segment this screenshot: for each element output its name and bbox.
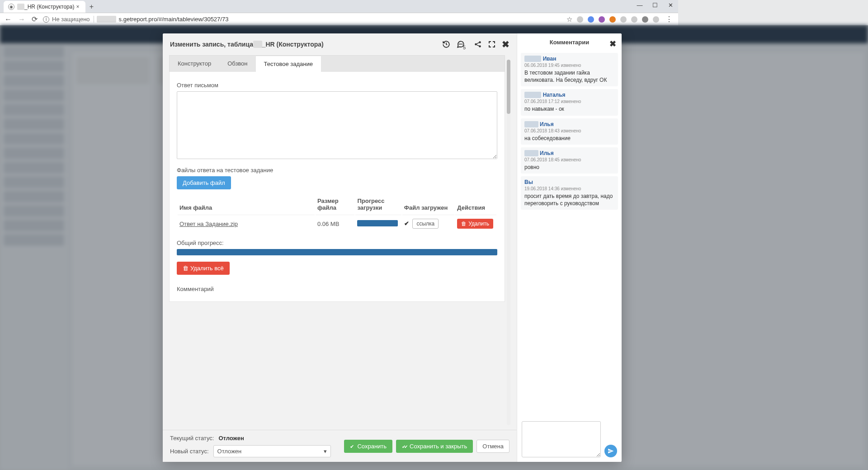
modal-title-suffix: _HR (Конструктора) xyxy=(262,41,324,48)
tab-calls[interactable]: Обзвон xyxy=(219,56,255,72)
extension-icon[interactable] xyxy=(642,16,648,23)
comment-text: по навыкам - ок xyxy=(524,105,614,113)
url-text: s.getreport.pro/#/main/tableview/30527/7… xyxy=(119,16,229,23)
edit-record-modal: Изменить запись, таблица xx _HR (Констру… xyxy=(163,33,622,367)
comment-text: на собеседование xyxy=(524,135,614,142)
uploaded-check-icon: ✔ xyxy=(404,220,409,227)
delete-label: Удалить xyxy=(468,221,489,227)
file-delete-button[interactable]: 🗑Удалить xyxy=(457,219,493,229)
comment-count: 5 xyxy=(463,45,466,50)
window-maximize-icon[interactable]: ☐ xyxy=(650,2,660,9)
extension-icon[interactable] xyxy=(631,16,637,23)
history-icon[interactable] xyxy=(442,40,450,48)
address-bar: ← → ⟳ i Не защищено xxxxxx s.getreport.p… xyxy=(0,13,678,25)
answer-textarea[interactable] xyxy=(177,91,497,159)
col-filename: Имя файла xyxy=(178,195,315,214)
scrollbar-thumb[interactable] xyxy=(507,60,510,114)
comments-list: xxxxx Иван 06.06.2018 19:45 изменено В т… xyxy=(517,51,622,367)
tab-title: _HR (Конструктора) xyxy=(24,4,74,10)
modal-tabs: Конструктор Обзвон Тестовое задание xyxy=(169,55,505,72)
delete-all-label: Удалить всё xyxy=(190,265,224,272)
files-table: Имя файла Размер файла Прогресс загрузки… xyxy=(177,194,497,233)
extension-icon[interactable] xyxy=(620,16,627,23)
modal-body: Конструктор Обзвон Тестовое задание Отве… xyxy=(163,55,517,367)
col-uploaded: Файл загружен xyxy=(402,195,454,214)
file-size: 0.06 MB xyxy=(316,215,355,232)
avatar-icon[interactable] xyxy=(653,16,659,23)
nav-back-icon[interactable]: ← xyxy=(4,15,13,24)
tab-test-task[interactable]: Тестовое задание xyxy=(256,56,321,72)
close-icon[interactable]: ✖ xyxy=(502,39,509,50)
comment-text: В тестовом задании гайка великовата. На … xyxy=(524,69,614,84)
comment-item: xxxxx Наталья 07.06.2018 17:12 изменено … xyxy=(521,89,618,115)
file-name-link[interactable]: Ответ на Задание.zip xyxy=(179,221,238,227)
trash-icon: 🗑 xyxy=(461,221,467,227)
comment-author: Вы xyxy=(524,179,533,185)
tab-title-blur: xx xyxy=(17,4,24,10)
modal-scrollbar[interactable] xyxy=(507,60,510,367)
extension-icon[interactable] xyxy=(588,16,594,23)
svg-point-1 xyxy=(461,44,461,44)
window-close-icon[interactable]: ✕ xyxy=(665,2,675,9)
comment-text: просит дать время до завтра, надо перего… xyxy=(524,193,614,207)
comment-author: Наталья xyxy=(543,92,566,98)
url-input[interactable]: i Не защищено xxxxxx s.getreport.pro/#/m… xyxy=(43,16,562,23)
modal-header: Изменить запись, таблица xx _HR (Констру… xyxy=(163,33,517,55)
add-file-button[interactable]: Добавить файл xyxy=(177,176,231,189)
browser-tab[interactable]: ◉ xx _HR (Конструктора) × xyxy=(4,1,85,13)
bookmark-star-icon[interactable]: ☆ xyxy=(566,15,572,24)
share-icon[interactable] xyxy=(474,40,482,48)
modal-title-prefix: Изменить запись, таблица xyxy=(170,41,253,48)
extension-icon[interactable] xyxy=(599,16,605,23)
svg-point-4 xyxy=(479,41,481,43)
modal-header-actions: 5 ✖ xyxy=(442,39,509,50)
window-minimize-icon[interactable]: — xyxy=(635,2,645,9)
new-tab-button[interactable]: + xyxy=(85,1,97,13)
col-progress: Прогресс загрузки xyxy=(355,195,401,214)
nav-forward-icon[interactable]: → xyxy=(17,15,26,24)
url-blur-part: xxxxxx xyxy=(97,16,116,23)
file-progress-bar xyxy=(357,220,398,226)
tab-constructor[interactable]: Конструктор xyxy=(170,56,219,72)
window-controls: — ☐ ✕ xyxy=(635,2,675,9)
overall-progress-label: Общий прогресс: xyxy=(177,240,497,246)
comment-meta: 07.06.2018 17:12 изменено xyxy=(524,99,614,104)
file-link-button[interactable]: ссылка xyxy=(412,219,439,229)
modal-main: Изменить запись, таблица xx _HR (Констру… xyxy=(163,33,517,367)
comment-item: xxxxx Иван 06.06.2018 19:45 изменено В т… xyxy=(521,53,618,86)
extension-icon[interactable] xyxy=(577,16,583,23)
comment-meta: 06.06.2018 19:45 изменено xyxy=(524,63,614,68)
tab-content: Ответ письмом Файлы ответа на тестовое з… xyxy=(169,72,505,302)
browser-menu-icon[interactable]: ⋮ xyxy=(664,15,675,24)
tab-favicon: ◉ xyxy=(8,4,14,10)
nav-reload-icon[interactable]: ⟳ xyxy=(31,15,38,24)
svg-point-2 xyxy=(462,44,462,44)
comments-close-icon[interactable]: ✖ xyxy=(609,39,616,49)
comment-item: xxxx Илья 07.06.2018 18:45 изменено ровн… xyxy=(521,147,618,174)
fullscreen-icon[interactable] xyxy=(488,41,495,48)
svg-point-5 xyxy=(479,45,481,47)
comment-meta: 07.06.2018 18:43 изменено xyxy=(524,128,614,133)
comment-field-label: Комментарий xyxy=(177,286,497,292)
comments-icon[interactable]: 5 xyxy=(457,40,467,48)
extension-icon[interactable] xyxy=(609,16,616,23)
comments-header: Комментарии ✖ xyxy=(517,33,622,51)
comment-meta: 07.06.2018 18:45 изменено xyxy=(524,157,614,162)
svg-point-0 xyxy=(459,44,460,44)
comment-item: Вы 19.06.2018 14:36 изменено просит дать… xyxy=(521,176,618,210)
comment-author: Илья xyxy=(540,121,554,127)
overall-progress-bar xyxy=(177,249,497,255)
files-label: Файлы ответа на тестовое задание xyxy=(177,167,497,174)
comment-item: xxxx Илья 07.06.2018 18:43 изменено на с… xyxy=(521,118,618,145)
comment-author: Иван xyxy=(543,56,557,62)
trash-icon: 🗑 xyxy=(183,265,189,272)
col-size: Размер файла xyxy=(316,195,355,214)
col-actions: Действия xyxy=(455,195,496,214)
modal-title-blur: xx xyxy=(253,41,262,48)
site-info-icon[interactable]: i xyxy=(43,16,49,23)
comment-author: Илья xyxy=(540,150,554,156)
svg-point-3 xyxy=(475,43,477,46)
browser-chrome: ◉ xx _HR (Конструктора) × + — ☐ ✕ ← → ⟳ … xyxy=(0,0,678,25)
tab-close-icon[interactable]: × xyxy=(74,4,81,10)
delete-all-button[interactable]: 🗑Удалить всё xyxy=(177,262,230,275)
